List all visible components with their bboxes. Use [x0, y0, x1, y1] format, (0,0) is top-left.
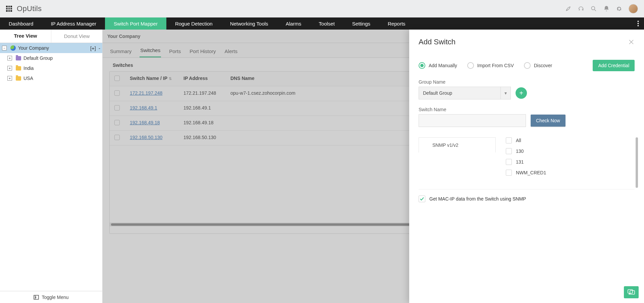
- chat-icon: [628, 289, 635, 295]
- folder-icon: [15, 75, 21, 81]
- expand-icon[interactable]: +: [7, 76, 12, 81]
- tree-item-label: USA: [23, 76, 33, 81]
- mode-add-manually[interactable]: Add Manually: [419, 62, 457, 69]
- snmp-macip-label: Get MAC-IP data from the Switch using SN…: [429, 196, 526, 202]
- nav-switch-port-mapper[interactable]: Switch Port Mapper: [105, 17, 166, 30]
- tree-add-button[interactable]: [+]: [90, 45, 96, 51]
- col-switch-name[interactable]: Switch Name / IP ⇅: [125, 72, 179, 86]
- vertical-scrollbar[interactable]: [636, 137, 638, 188]
- nav-toolset[interactable]: Toolset: [310, 17, 343, 30]
- mode-discover[interactable]: Discover: [524, 62, 552, 69]
- toggle-menu-button[interactable]: Toggle Menu: [0, 291, 102, 303]
- tab-tree-view[interactable]: Tree View: [0, 30, 51, 43]
- switch-name-label: Switch Name: [419, 107, 635, 112]
- row-checkbox[interactable]: [114, 105, 120, 111]
- folder-icon: [15, 55, 21, 61]
- switch-name-input[interactable]: [419, 114, 526, 127]
- nav-alarms[interactable]: Alarms: [277, 17, 310, 30]
- credential-list: All 130 131: [506, 137, 635, 176]
- credential-label: 131: [516, 159, 524, 165]
- svg-point-2: [637, 23, 639, 24]
- svg-rect-6: [630, 291, 635, 294]
- sort-icon: ⇅: [169, 77, 172, 81]
- add-group-button[interactable]: +: [516, 87, 527, 99]
- subtab-summary[interactable]: Summary: [109, 48, 132, 57]
- rocket-icon[interactable]: [565, 5, 572, 12]
- collapse-icon[interactable]: −: [2, 46, 7, 50]
- tree-item-india[interactable]: + India: [0, 63, 102, 73]
- nav-dashboard[interactable]: Dashboard: [0, 17, 42, 30]
- credential-item[interactable]: 131: [506, 159, 635, 165]
- col-switch-name-label: Switch Name / IP: [130, 76, 167, 81]
- tab-donut-view[interactable]: Donut View: [51, 30, 102, 43]
- mode-label: Add Manually: [429, 63, 457, 68]
- nav-networking-tools[interactable]: Networking Tools: [221, 17, 277, 30]
- close-icon[interactable]: [628, 39, 635, 45]
- row-checkbox[interactable]: [114, 90, 120, 96]
- checkbox-icon[interactable]: [506, 137, 512, 143]
- check-now-button[interactable]: Check Now: [531, 115, 566, 127]
- add-credential-button[interactable]: Add Credential: [593, 60, 635, 71]
- chat-button[interactable]: [624, 286, 639, 298]
- credential-item[interactable]: 130: [506, 148, 635, 154]
- user-avatar[interactable]: [629, 4, 638, 13]
- radio-icon: [524, 62, 531, 69]
- tree-collapse-button[interactable]: -: [99, 45, 100, 51]
- main-pane: Your Company Summary Switches Ports Port…: [103, 30, 644, 303]
- svg-rect-4: [34, 295, 39, 299]
- toggle-menu-label: Toggle Menu: [42, 295, 68, 300]
- search-icon[interactable]: [590, 5, 597, 12]
- gear-icon[interactable]: [616, 5, 623, 12]
- select-all-checkbox[interactable]: [114, 76, 120, 81]
- subtab-port-history[interactable]: Port History: [189, 48, 216, 57]
- subtab-alerts[interactable]: Alerts: [224, 48, 238, 57]
- row-checkbox[interactable]: [114, 135, 120, 140]
- svg-point-1: [637, 21, 639, 22]
- switch-link[interactable]: 192.168.49.1: [130, 105, 157, 111]
- radio-checked-icon: [419, 62, 425, 69]
- panel-title: Add Switch: [419, 38, 455, 46]
- breadcrumb-label: Your Company: [107, 34, 141, 39]
- mode-import-csv[interactable]: Import From CSV: [467, 62, 514, 69]
- nav-rogue-detection[interactable]: Rogue Detection: [166, 17, 221, 30]
- nav-settings[interactable]: Settings: [343, 17, 379, 30]
- subtab-switches[interactable]: Switches: [140, 47, 161, 57]
- switch-link[interactable]: 192.168.49.18: [130, 120, 160, 125]
- snmp-version-tab[interactable]: SNMP v1/v2: [419, 137, 496, 153]
- row-checkbox[interactable]: [114, 120, 120, 125]
- nav-reports[interactable]: Reports: [379, 17, 414, 30]
- bell-icon[interactable]: [603, 5, 610, 12]
- snmp-macip-checkbox[interactable]: [419, 196, 425, 202]
- checkbox-icon[interactable]: [506, 170, 512, 176]
- col-ip[interactable]: IP Address: [179, 72, 226, 86]
- switch-link[interactable]: 192.168.50.130: [130, 135, 162, 140]
- tree-root[interactable]: − Your Company [+] -: [0, 43, 102, 53]
- credential-item-all[interactable]: All: [506, 137, 635, 143]
- cell-ip: 192.168.50.130: [179, 131, 226, 145]
- radio-icon: [467, 62, 474, 69]
- globe-icon: [10, 45, 16, 51]
- switch-link[interactable]: 172.21.197.248: [130, 90, 162, 96]
- add-switch-panel: Add Switch Add Manually Import From CSV: [409, 30, 644, 303]
- apps-grid-icon[interactable]: [6, 6, 12, 12]
- nav-ipam[interactable]: IP Address Manager: [42, 17, 105, 30]
- tree-item-usa[interactable]: + USA: [0, 73, 102, 83]
- tree-root-label: Your Company: [18, 45, 49, 51]
- group-name-select[interactable]: Default Group ▾: [419, 87, 511, 99]
- svg-point-3: [637, 25, 639, 27]
- tree-item-default-group[interactable]: + Default Group: [0, 53, 102, 63]
- mode-label: Discover: [534, 63, 552, 68]
- checkbox-icon[interactable]: [506, 159, 512, 165]
- tree-item-label: India: [23, 66, 34, 71]
- group-name-label: Group Name: [419, 79, 635, 85]
- expand-icon[interactable]: +: [7, 66, 12, 71]
- tree-item-label: Default Group: [23, 55, 53, 61]
- expand-icon[interactable]: +: [7, 56, 12, 60]
- credential-item[interactable]: NWM_CRED1: [506, 170, 635, 176]
- main-nav: Dashboard IP Address Manager Switch Port…: [0, 17, 644, 30]
- checkbox-icon[interactable]: [506, 148, 512, 154]
- subtab-ports[interactable]: Ports: [168, 48, 181, 57]
- nav-overflow-icon[interactable]: [632, 17, 644, 30]
- headset-icon[interactable]: [578, 5, 584, 12]
- group-name-value: Default Group: [423, 90, 452, 96]
